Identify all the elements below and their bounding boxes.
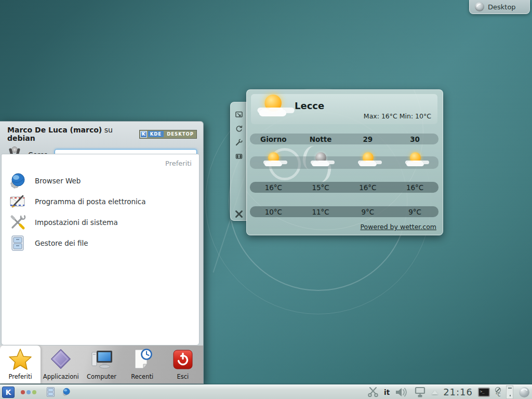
kickoff-tab-bar: Preferiti Applicazioni xyxy=(0,345,203,383)
pager-dot-green xyxy=(32,390,36,394)
tab-label: Computer xyxy=(87,373,116,380)
tab-label: Applicazioni xyxy=(43,373,79,380)
favorite-item-mail[interactable]: Programma di posta elettronica xyxy=(9,191,192,212)
night-temp: 9°C xyxy=(344,208,392,216)
night-temp: 9°C xyxy=(391,208,438,216)
power-logout-icon xyxy=(172,349,193,372)
forecast-icon-30 xyxy=(406,151,424,168)
tab-recenti[interactable]: Recenti xyxy=(122,345,163,383)
weather-col-label: 30 xyxy=(391,135,438,143)
plasma-cashew-icon xyxy=(475,2,484,11)
applet-resize-icon[interactable] xyxy=(234,110,244,119)
weather-col-label: Giorno xyxy=(250,135,297,143)
badge-desktop-label: DESKTOP xyxy=(165,131,196,137)
desktop-toolbox[interactable]: Desktop xyxy=(469,0,530,14)
favorites-section-header: Preferiti xyxy=(9,159,192,167)
applet-settings-icon[interactable] xyxy=(234,152,244,161)
day-temp: 15°C xyxy=(297,183,344,192)
weather-header: Lecce Max: 16°C Min: 10°C xyxy=(251,94,437,124)
network-monitor-icon[interactable] xyxy=(414,387,427,398)
favorite-item-label: Browser Web xyxy=(35,177,81,185)
system-tray: it 21:16 >_ °C xyxy=(367,385,530,399)
weather-tray-icon[interactable]: °C xyxy=(495,387,501,397)
day-temp: 16°C xyxy=(250,183,297,192)
weather-column-headers: Giorno Notte 29 30 xyxy=(250,134,438,144)
weather-day-temps: 16°C 15°C 16°C 16°C xyxy=(250,182,438,193)
file-cabinet-icon xyxy=(9,234,26,252)
kickoff-titlebar: Marco De Luca (marco) su debian K KDE DE… xyxy=(0,122,203,143)
day-temp: 16°C xyxy=(344,183,392,192)
weather-widget: Lecce Max: 16°C Min: 10°C Giorno Notte 2… xyxy=(246,89,443,235)
applications-diamond-icon xyxy=(49,348,72,372)
weather-night-temps: 10°C 11°C 9°C 9°C xyxy=(250,206,438,217)
user-name: Marco De Luca (marco) xyxy=(7,126,102,134)
tab-label: Esci xyxy=(177,373,189,380)
favorite-item-label: Programma di posta elettronica xyxy=(35,197,145,206)
tab-preferiti[interactable]: Preferiti xyxy=(0,345,41,383)
favorite-item-label: Impostazioni di sistema xyxy=(35,218,118,227)
tab-computer[interactable]: Computer xyxy=(81,345,122,383)
pager-dot-red xyxy=(21,390,25,394)
digital-clock[interactable]: 21:16 xyxy=(443,387,473,397)
browser-launcher[interactable] xyxy=(60,387,72,398)
title-separator: su xyxy=(102,126,113,134)
tab-esci[interactable]: Esci xyxy=(163,345,203,383)
weather-current-icon xyxy=(258,93,287,119)
clipboard-scissors-icon[interactable] xyxy=(367,387,379,397)
host-name: debian xyxy=(7,134,35,142)
tray-expander-arrow[interactable] xyxy=(432,390,438,394)
panel-spacer xyxy=(506,385,513,399)
kde-menu-button[interactable]: K xyxy=(2,387,15,398)
computer-icon xyxy=(90,348,114,372)
tab-label: Preferiti xyxy=(9,373,32,380)
mail-icon xyxy=(9,193,26,210)
applet-configure-icon[interactable] xyxy=(234,138,244,147)
pager-dots[interactable] xyxy=(21,390,36,394)
filemanager-launcher[interactable] xyxy=(45,387,56,398)
applet-handle xyxy=(230,102,247,221)
night-temp: 10°C xyxy=(250,208,297,216)
badge-kde-label: KDE xyxy=(148,131,164,137)
forecast-icon-night xyxy=(311,151,330,168)
tab-applicazioni[interactable]: Applicazioni xyxy=(41,345,81,383)
system-settings-icon xyxy=(9,214,26,231)
tab-label: Recenti xyxy=(131,373,153,380)
panel-cashew-icon[interactable] xyxy=(518,387,530,398)
bottom-panel: K it xyxy=(0,384,532,399)
applet-close-icon[interactable] xyxy=(234,209,244,219)
forecast-icon-29 xyxy=(358,151,377,168)
forecast-icon-day xyxy=(264,151,283,168)
favorite-item-systemsettings[interactable]: Impostazioni di sistema xyxy=(9,212,192,233)
weather-tray-unit: °C xyxy=(496,393,501,397)
kde-desktop-badge: K KDE DESKTOP xyxy=(139,130,197,139)
weather-city: Lecce xyxy=(295,100,324,111)
desktop-toolbox-label: Desktop xyxy=(488,3,516,11)
kickoff-list: Preferiti Browser Web xyxy=(1,154,200,345)
weather-forecast-icons xyxy=(250,156,438,169)
pager-dot-blue xyxy=(26,390,31,394)
weather-col-label: Notte xyxy=(297,135,344,143)
weather-col-label: 29 xyxy=(344,135,392,143)
favorite-item-browser[interactable]: Browser Web xyxy=(9,170,192,191)
night-temp: 11°C xyxy=(297,208,344,216)
day-temp: 16°C xyxy=(391,183,438,192)
favorite-item-filemanager[interactable]: Gestore dei file xyxy=(9,233,192,254)
weather-provider-link[interactable]: Powered by wetter.com xyxy=(361,223,437,231)
terminal-icon[interactable]: >_ xyxy=(478,388,490,397)
star-icon xyxy=(9,348,32,372)
recent-documents-icon xyxy=(131,348,153,372)
web-browser-icon xyxy=(9,172,26,190)
kickoff-user-title: Marco De Luca (marco) su debian xyxy=(7,126,139,142)
no-data-circle-icon xyxy=(495,387,501,393)
favorite-item-label: Gestore dei file xyxy=(35,239,88,247)
applet-rotate-icon[interactable] xyxy=(234,124,244,133)
keyboard-layout-indicator[interactable]: it xyxy=(384,388,390,396)
volume-icon[interactable] xyxy=(395,387,408,397)
weather-minmax: Max: 16°C Min: 10°C xyxy=(364,112,431,120)
kickoff-menu: Marco De Luca (marco) su debian K KDE DE… xyxy=(0,121,204,384)
kde-mini-logo-icon: K xyxy=(140,131,147,138)
